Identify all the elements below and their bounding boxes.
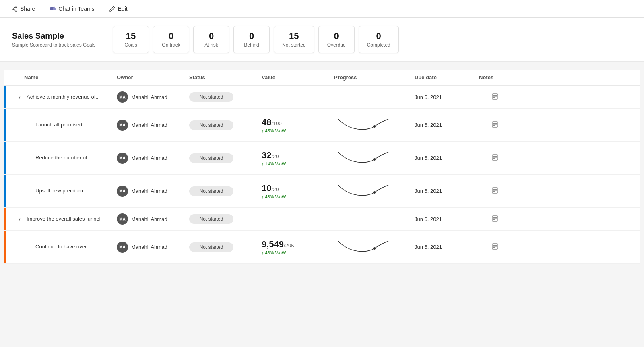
value-denom: /100 bbox=[271, 120, 281, 126]
chat-label: Chat in Teams bbox=[58, 6, 94, 12]
col-header-duedate: Due date bbox=[415, 74, 479, 81]
stat-value: 15 bbox=[121, 31, 140, 41]
row-duedate: Jun 6, 2021 bbox=[415, 216, 479, 222]
value-wow: 14% WoW bbox=[262, 161, 334, 166]
main-content: Name Owner Status Value Progress Due dat… bbox=[0, 62, 644, 272]
col-header-notes: Notes bbox=[479, 74, 511, 81]
table-container: Name Owner Status Value Progress Due dat… bbox=[4, 70, 640, 264]
row-notes-cell bbox=[479, 243, 511, 251]
stat-value: 0 bbox=[202, 31, 221, 41]
avatar: MA bbox=[117, 91, 128, 103]
table-row: Launch all promised... MA Manahil Ahmad … bbox=[4, 109, 640, 142]
col-header-owner: Owner bbox=[117, 74, 189, 81]
stat-label: Overdue bbox=[327, 42, 346, 48]
svg-rect-1 bbox=[53, 8, 56, 10]
notes-icon[interactable] bbox=[491, 187, 499, 195]
row-progress-cell bbox=[334, 114, 415, 136]
notes-icon[interactable] bbox=[491, 121, 499, 129]
stat-value: 0 bbox=[327, 31, 346, 41]
notes-icon[interactable] bbox=[491, 154, 499, 162]
row-status-cell: Not started bbox=[189, 242, 262, 252]
stat-label: Completed bbox=[367, 42, 390, 48]
stat-cards: 15 Goals 0 On track 0 At risk 0 Behind 1… bbox=[113, 26, 399, 53]
stat-label: At risk bbox=[202, 42, 221, 48]
owner-name: Manahil Ahmad bbox=[131, 94, 167, 100]
row-duedate: Jun 6, 2021 bbox=[415, 188, 479, 194]
col-header-status: Status bbox=[189, 74, 262, 81]
expand-icon[interactable]: ▾ bbox=[15, 93, 23, 101]
row-notes-cell bbox=[479, 215, 511, 223]
row-name: Reduce the number of... bbox=[35, 154, 91, 161]
toolbar: Share Chat in Teams Edit bbox=[0, 0, 644, 18]
stat-card-completed: 0 Completed bbox=[359, 26, 399, 53]
row-progress-cell bbox=[334, 180, 415, 202]
row-owner-cell: MA Manahil Ahmad bbox=[117, 186, 189, 197]
owner-name: Manahil Ahmad bbox=[131, 216, 167, 222]
stat-card-goals: 15 Goals bbox=[113, 26, 149, 53]
row-value-cell: 10/20 43% WoW bbox=[262, 183, 334, 199]
table-header: Name Owner Status Value Progress Due dat… bbox=[4, 70, 640, 86]
stat-label: Behind bbox=[242, 42, 261, 48]
avatar: MA bbox=[117, 213, 128, 225]
stat-value: 15 bbox=[282, 31, 306, 41]
value-wow: 43% WoW bbox=[262, 194, 334, 199]
col-header-value: Value bbox=[262, 74, 334, 81]
stat-label: On track bbox=[161, 42, 181, 48]
scorecard-title-block: Sales Sample Sample Scorecard to track s… bbox=[12, 31, 101, 48]
scorecard-title: Sales Sample bbox=[12, 31, 101, 41]
notes-icon[interactable] bbox=[491, 93, 499, 101]
sparkline-chart bbox=[334, 236, 390, 256]
stat-card-overdue: 0 Overdue bbox=[318, 26, 355, 53]
stat-card-behind: 0 Behind bbox=[233, 26, 270, 53]
row-status-cell: Not started bbox=[189, 153, 262, 163]
share-label: Share bbox=[20, 6, 35, 12]
status-badge: Not started bbox=[189, 120, 233, 130]
svg-point-17 bbox=[373, 191, 376, 194]
sparkline-chart bbox=[334, 114, 390, 134]
stat-label: Goals bbox=[121, 42, 140, 48]
stat-card-at-risk: 0 At risk bbox=[193, 26, 229, 53]
notes-icon[interactable] bbox=[491, 243, 499, 251]
table-row: Upsell new premium... MA Manahil Ahmad N… bbox=[4, 175, 640, 208]
table-row: Continue to have over... MA Manahil Ahma… bbox=[4, 231, 640, 264]
row-duedate: Jun 6, 2021 bbox=[415, 155, 479, 161]
row-indicator bbox=[4, 208, 6, 230]
sparkline-chart bbox=[334, 147, 390, 167]
status-badge: Not started bbox=[189, 92, 233, 102]
notes-icon[interactable] bbox=[491, 215, 499, 223]
row-name-cell: Launch all promised... bbox=[12, 121, 117, 128]
row-notes-cell bbox=[479, 93, 511, 101]
row-name: Continue to have over... bbox=[35, 243, 91, 250]
value-denom: /20 bbox=[271, 153, 279, 159]
row-notes-cell bbox=[479, 121, 511, 129]
row-value-cell: 48/100 45% WoW bbox=[262, 117, 334, 133]
expand-icon[interactable]: ▾ bbox=[15, 215, 23, 223]
edit-icon bbox=[109, 6, 116, 12]
avatar: MA bbox=[117, 153, 128, 164]
stat-label: Not started bbox=[282, 42, 306, 48]
row-owner-cell: MA Manahil Ahmad bbox=[117, 242, 189, 253]
row-progress-cell bbox=[334, 147, 415, 169]
stat-value: 0 bbox=[242, 31, 261, 41]
share-icon bbox=[11, 6, 18, 12]
status-badge: Not started bbox=[189, 186, 233, 196]
sparkline-chart bbox=[334, 180, 390, 200]
row-name: Upsell new premium... bbox=[35, 187, 87, 194]
row-indicator bbox=[4, 109, 6, 141]
row-indicator bbox=[4, 231, 6, 263]
table-row: ▾ Improve the overall sales funnel MA Ma… bbox=[4, 208, 640, 231]
owner-name: Manahil Ahmad bbox=[131, 155, 167, 161]
edit-button[interactable]: Edit bbox=[106, 4, 131, 14]
avatar: MA bbox=[117, 242, 128, 253]
value-wow: 45% WoW bbox=[262, 128, 334, 133]
row-name: Launch all promised... bbox=[35, 121, 87, 128]
scorecard-subtitle: Sample Scorecard to track sales Goals bbox=[12, 42, 101, 48]
row-name-cell: Continue to have over... bbox=[12, 243, 117, 250]
row-indicator bbox=[4, 142, 6, 174]
owner-name: Manahil Ahmad bbox=[131, 122, 167, 128]
row-status-cell: Not started bbox=[189, 92, 262, 102]
chat-in-teams-button[interactable]: Chat in Teams bbox=[46, 4, 97, 14]
row-owner-cell: MA Manahil Ahmad bbox=[117, 153, 189, 164]
share-button[interactable]: Share bbox=[8, 4, 38, 14]
row-status-cell: Not started bbox=[189, 186, 262, 196]
